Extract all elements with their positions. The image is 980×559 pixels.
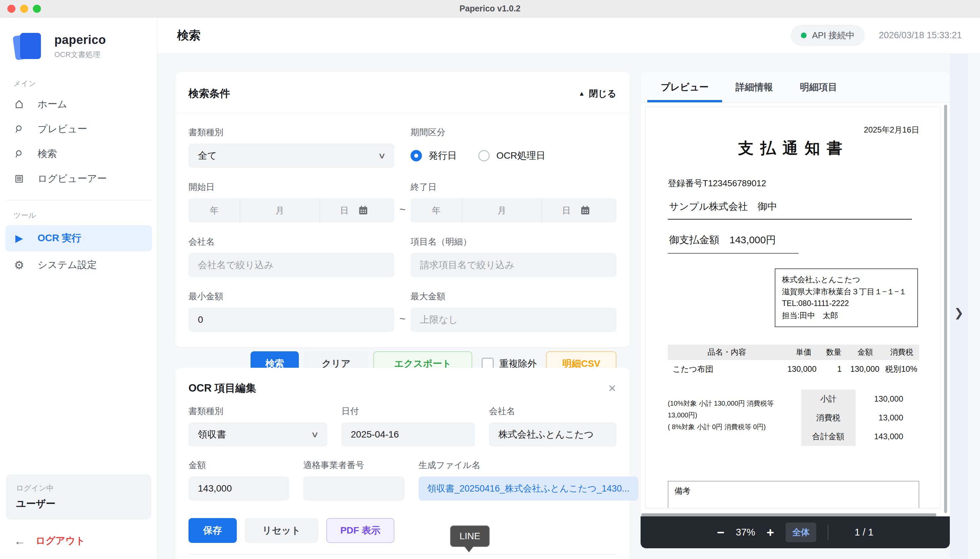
date-month-segment[interactable]: 月	[240, 198, 320, 222]
ocr-amount-label: 金額	[188, 459, 289, 471]
sidebar-divider	[6, 200, 151, 200]
close-icon[interactable]: ✕	[608, 382, 617, 394]
preview-zoombar: − 37% + 全体 1 / 1	[640, 516, 950, 548]
doc-type-value: 全て	[198, 149, 217, 162]
vertical-scrollbar[interactable]	[944, 105, 947, 513]
sidebar-item-label: システム設定	[38, 258, 97, 272]
doc-summary: 小計 130,000 消費税 13,000 合計金額 143,000	[801, 390, 920, 446]
triangle-up-icon: ▲	[579, 90, 585, 97]
login-status-card: ログイン中 ユーザー	[6, 475, 151, 519]
doc-registration-number: 登録番号T123456789012	[668, 177, 919, 189]
ocr-amount-input[interactable]	[188, 476, 289, 501]
sidebar-item-preview[interactable]: プレビュー	[0, 117, 157, 142]
item-filter-label: 項目名（明細）	[411, 236, 617, 248]
doc-date: 2025年2月16日	[668, 124, 919, 135]
ocr-invoice-no-input[interactable]	[303, 476, 404, 501]
radio-ocr-date-label: OCR処理日	[497, 149, 545, 162]
window-titlebar: Paperico v1.0.2	[0, 0, 980, 17]
status-dot-icon	[801, 33, 807, 38]
collapse-panel-button[interactable]: ▲ 閉じる	[579, 88, 617, 100]
end-date-input[interactable]: 年 月 日	[411, 198, 617, 222]
doc-type-select[interactable]: 全て ∨	[188, 144, 394, 168]
radio-issue-date[interactable]	[411, 150, 422, 161]
gear-icon: ⚙	[13, 260, 25, 271]
ocr-doc-type-select[interactable]: 領収書 ∨	[188, 422, 327, 447]
app-name: paperico	[54, 33, 106, 47]
date-year-segment[interactable]: 年	[411, 198, 462, 222]
end-date-label: 終了日	[411, 181, 617, 193]
sidebar-item-label: OCR 実行	[38, 232, 81, 245]
api-status-text: API 接続中	[812, 30, 855, 41]
ocr-company-input[interactable]	[489, 422, 617, 447]
summary-row: 消費税 13,000	[801, 408, 920, 427]
maximize-window-icon[interactable]	[33, 5, 41, 13]
date-day-segment[interactable]: 日	[320, 198, 394, 222]
horizontal-scrollbar[interactable]	[641, 513, 936, 516]
search-panel-title: 検索条件	[188, 86, 230, 101]
close-window-icon[interactable]	[7, 5, 15, 13]
calendar-icon[interactable]	[579, 205, 591, 216]
sidebar-item-label: ホーム	[38, 98, 67, 111]
summary-row: 合計金額 143,000	[801, 427, 920, 446]
pdf-view-button[interactable]: PDF 表示	[326, 518, 395, 543]
sidebar-item-label: ログビューアー	[38, 172, 107, 185]
min-amount-input[interactable]	[188, 308, 394, 332]
ocr-doc-type-label: 書類種別	[188, 405, 327, 417]
radio-ocr-date[interactable]	[478, 150, 490, 161]
logout-button[interactable]: ← ログアウト	[14, 534, 157, 547]
doc-title: 支払通知書	[668, 138, 919, 159]
sidebar-item-label: 検索	[38, 147, 57, 161]
ocr-doc-type-value: 領収書	[198, 428, 226, 441]
collapse-label: 閉じる	[589, 88, 617, 100]
doc-issuer-box: 株式会社ふとんこたつ 滋賀県大津市秋葉台３丁目１−１−１ TEL:080-111…	[775, 268, 918, 327]
company-filter-input[interactable]	[188, 253, 394, 277]
max-amount-input[interactable]	[411, 308, 617, 332]
doc-notes-box: 備考	[668, 481, 919, 508]
doc-recipient: サンプル株式会社 御中	[668, 200, 912, 220]
summary-row: 小計 130,000	[801, 390, 920, 408]
sidebar-item-home[interactable]: ホーム	[0, 92, 157, 117]
chevron-down-icon: ∨	[378, 151, 386, 160]
document-page: 2025年2月16日 支払通知書 登録番号T123456789012 サンプル株…	[645, 107, 940, 508]
zoom-out-button[interactable]: −	[717, 526, 724, 539]
document-preview-area: 2025年2月16日 支払通知書 登録番号T123456789012 サンプル株…	[640, 103, 950, 516]
chevron-right-icon[interactable]: ❯	[954, 306, 964, 319]
sidebar-item-ocr-run[interactable]: ▶ OCR 実行	[5, 225, 152, 251]
tab-details[interactable]: 詳細情報	[722, 72, 787, 103]
log-icon	[13, 174, 25, 184]
start-date-input[interactable]: 年 月 日	[188, 198, 394, 222]
date-day-segment[interactable]: 日	[542, 198, 617, 222]
sidebar-item-settings[interactable]: ⚙ システム設定	[0, 253, 157, 278]
zoom-in-button[interactable]: +	[767, 526, 774, 539]
arrow-left-icon: ←	[14, 534, 25, 547]
traffic-lights	[7, 5, 41, 13]
doc-items-table: 品名・内容 単価 数量 金額 消費税 こたつ布団 130,000 1 130,0…	[668, 345, 919, 378]
generated-filename[interactable]: 領収書_20250416_株式会社ふとんこたつ_1430...	[419, 476, 638, 501]
issuer-tel: TEL:080-1111-2222	[782, 298, 911, 310]
content-area: 検索条件 ▲ 閉じる 書類種別 全て ∨	[158, 54, 980, 559]
sidebar-item-search[interactable]: 検索	[0, 142, 157, 166]
doc-payment-amount: 御支払金額 143,000円	[668, 233, 799, 254]
date-month-segment[interactable]: 月	[462, 198, 542, 222]
sidebar-item-logviewer[interactable]: ログビューアー	[0, 166, 157, 191]
panel-divider	[175, 113, 630, 113]
clock-timestamp: 2026/03/18 15:33:21	[879, 30, 962, 41]
login-status-label: ログイン中	[16, 483, 141, 493]
save-button[interactable]: 保存	[188, 518, 237, 543]
ocr-date-input[interactable]	[342, 422, 475, 447]
item-filter-input[interactable]	[411, 253, 617, 277]
start-date-label: 開始日	[188, 181, 394, 193]
calendar-icon[interactable]	[358, 205, 369, 216]
tab-line-items[interactable]: 明細項目	[787, 72, 851, 103]
radio-issue-date-label: 発行日	[429, 149, 457, 162]
chevron-down-icon: ∨	[311, 430, 319, 439]
logout-label: ログアウト	[36, 534, 85, 547]
panel-divider	[188, 554, 617, 555]
reset-button[interactable]: リセット	[245, 518, 318, 543]
issuer-contact: 担当:田中 太郎	[782, 310, 911, 322]
date-year-segment[interactable]: 年	[188, 198, 240, 222]
tab-preview[interactable]: プレビュー	[647, 72, 722, 103]
fit-whole-button[interactable]: 全体	[785, 523, 816, 542]
zoombar-divider	[828, 525, 828, 540]
minimize-window-icon[interactable]	[20, 5, 28, 13]
